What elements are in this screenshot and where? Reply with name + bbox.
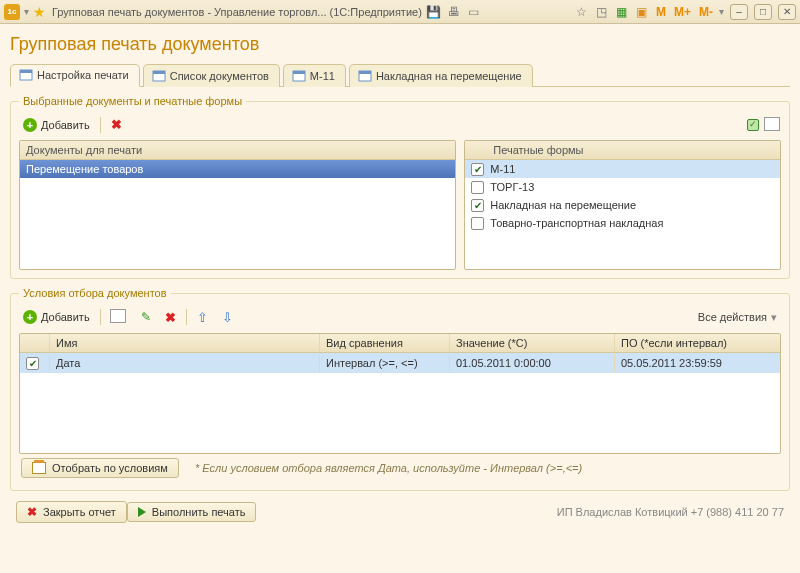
tool-icon[interactable]: ▭ <box>466 4 482 20</box>
filter-val: 01.05.2011 0:00:00 <box>450 354 615 372</box>
docs-header: Документы для печати <box>20 141 455 160</box>
filter-legend: Условия отбора документов <box>19 287 171 299</box>
uncheckall-button[interactable] <box>765 117 781 133</box>
favorite-icon[interactable]: ★ <box>33 4 46 20</box>
filter-row[interactable]: Дата Интервал (>=, <=) 01.05.2011 0:00:0… <box>20 353 780 373</box>
tabs: Настройка печати Список документов М-11 … <box>10 63 790 87</box>
filter-cmp: Интервал (>=, <=) <box>320 354 450 372</box>
col-name: Имя <box>50 334 320 352</box>
filter-to: 05.05.2011 23:59:59 <box>615 354 780 372</box>
separator <box>100 309 101 325</box>
form-checkbox[interactable] <box>471 163 484 176</box>
app-logo-icon: 1c <box>4 4 20 20</box>
window-titlebar: 1c ▾ ★ Групповая печать документов - Упр… <box>0 0 800 24</box>
tab-settings[interactable]: Настройка печати <box>10 64 140 87</box>
filter-toolbar: + Добавить ✎ ✖ ⇧ ⇩ Все действия ▾ <box>19 305 781 333</box>
printforms-legend: Выбранные документы и печатные формы <box>19 95 246 107</box>
filter-name: Дата <box>50 354 320 372</box>
close-icon: ✖ <box>27 505 37 519</box>
checkall-button[interactable] <box>745 117 761 133</box>
col-val: Значение (*С) <box>450 334 615 352</box>
calendar-icon[interactable]: ▣ <box>634 4 650 20</box>
form-checkbox[interactable] <box>471 181 484 194</box>
tab-m11[interactable]: М-11 <box>283 64 346 87</box>
filter-group: Условия отбора документов + Добавить ✎ ✖… <box>10 287 790 491</box>
col-cmp: Вид сравнения <box>320 334 450 352</box>
filter-checkbox[interactable] <box>26 357 39 370</box>
tab-label: М-11 <box>310 70 335 82</box>
filter-table: Имя Вид сравнения Значение (*С) ПО (*есл… <box>19 333 781 454</box>
mem-mminus-button[interactable]: M- <box>697 5 715 19</box>
delete-filter-button[interactable]: ✖ <box>161 308 180 327</box>
add-doc-button[interactable]: + Добавить <box>19 116 94 134</box>
tab-label: Настройка печати <box>37 69 129 81</box>
mem-dropdown-icon[interactable]: ▾ <box>719 6 724 17</box>
play-icon <box>138 507 146 517</box>
maximize-button[interactable]: □ <box>754 4 772 20</box>
minimize-button[interactable]: – <box>730 4 748 20</box>
all-actions-button[interactable]: Все действия ▾ <box>694 309 781 326</box>
plus-icon: + <box>23 310 37 324</box>
tab-label: Накладная на перемещение <box>376 70 522 82</box>
tab-label: Список документов <box>170 70 269 82</box>
window-title: Групповая печать документов - Управление… <box>52 6 422 18</box>
copy-filter-button[interactable] <box>107 307 131 327</box>
form-label: Товарно-транспортная накладная <box>490 217 663 229</box>
form-row[interactable]: ТОРГ-13 <box>465 178 780 196</box>
svg-rect-5 <box>293 71 305 74</box>
run-print-button[interactable]: Выполнить печать <box>127 502 257 522</box>
svg-rect-1 <box>20 70 32 73</box>
close-report-button[interactable]: ✖ Закрыть отчет <box>16 501 127 523</box>
form-row[interactable]: Накладная на перемещение <box>465 196 780 214</box>
save-icon[interactable]: 💾 <box>426 4 442 20</box>
add-filter-button[interactable]: + Добавить <box>19 308 94 326</box>
pencil-icon: ✎ <box>141 310 151 324</box>
movedown-button[interactable]: ⇩ <box>218 308 237 327</box>
form-row[interactable]: М-11 <box>465 160 780 178</box>
form-label: ТОРГ-13 <box>490 181 534 193</box>
svg-rect-7 <box>359 71 371 74</box>
filter-hint: * Если условием отбора является Дата, ис… <box>195 462 582 474</box>
tab-nakladnaya[interactable]: Накладная на перемещение <box>349 64 533 87</box>
status-text: ИП Владислав Котвицкий +7 (988) 411 20 7… <box>557 506 784 518</box>
star-icon[interactable]: ☆ <box>574 4 590 20</box>
form-checkbox[interactable] <box>471 217 484 230</box>
arrow-down-icon: ⇩ <box>222 310 233 325</box>
edit-filter-button[interactable]: ✎ <box>137 308 155 326</box>
moveup-button[interactable]: ⇧ <box>193 308 212 327</box>
print-icon[interactable]: 🖶 <box>446 4 462 20</box>
delete-icon: ✖ <box>165 310 176 325</box>
filter-run-icon <box>32 462 46 474</box>
forms-panel: Печатные формы М-11 ТОРГ-13 Накладная на… <box>464 140 781 270</box>
tab-doclist[interactable]: Список документов <box>143 64 280 87</box>
docs-panel: Документы для печати Перемещение товаров <box>19 140 456 270</box>
mem-mplus-button[interactable]: M+ <box>672 5 693 19</box>
form-checkbox[interactable] <box>471 199 484 212</box>
form-label: М-11 <box>490 163 515 175</box>
printforms-group: Выбранные документы и печатные формы + Д… <box>10 95 790 279</box>
delete-icon: ✖ <box>111 117 122 132</box>
add-label: Добавить <box>41 119 90 131</box>
mem-m-button[interactable]: M <box>654 5 668 19</box>
m11-tab-icon <box>292 69 306 83</box>
delete-doc-button[interactable]: ✖ <box>107 115 126 134</box>
form-row[interactable]: Товарно-транспортная накладная <box>465 214 780 232</box>
select-by-filter-button[interactable]: Отобрать по условиям <box>21 458 179 478</box>
menu-dropdown-icon[interactable]: ▾ <box>24 6 29 17</box>
page-title: Групповая печать документов <box>10 34 790 55</box>
form-label: Накладная на перемещение <box>490 199 636 211</box>
separator <box>186 309 187 325</box>
printforms-toolbar: + Добавить ✖ <box>19 113 781 140</box>
doc-label: Перемещение товаров <box>26 163 143 175</box>
separator <box>100 117 101 133</box>
nakladnaya-tab-icon <box>358 69 372 83</box>
calc-icon[interactable]: ▦ <box>614 4 630 20</box>
col-to: ПО (*если интервал) <box>615 334 780 352</box>
close-window-button[interactable]: ✕ <box>778 4 796 20</box>
forms-header: Печатные формы <box>465 141 780 160</box>
history-icon[interactable]: ◳ <box>594 4 610 20</box>
doc-row[interactable]: Перемещение товаров <box>20 160 455 178</box>
settings-tab-icon <box>19 68 33 82</box>
chevron-down-icon: ▾ <box>771 311 777 324</box>
arrow-up-icon: ⇧ <box>197 310 208 325</box>
